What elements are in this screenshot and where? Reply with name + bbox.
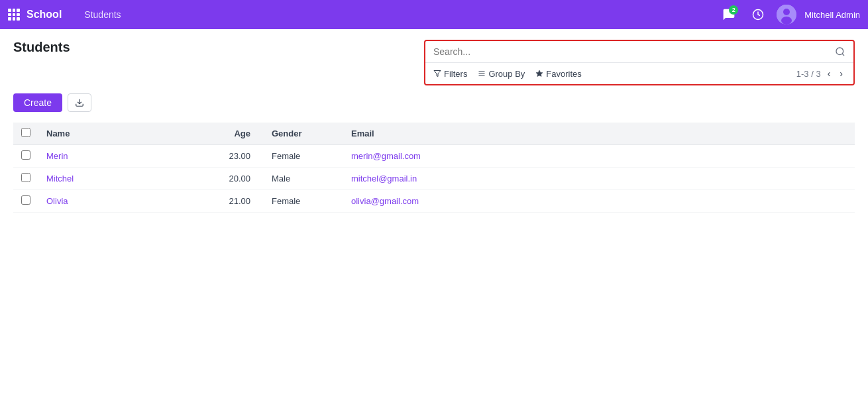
- row-checkbox-cell: [13, 190, 38, 213]
- row-email-2: olivia@gmail.com: [343, 190, 855, 213]
- row-name-2: Olivia: [38, 190, 211, 213]
- row-age-1: 20.00: [211, 168, 264, 190]
- app-title[interactable]: School: [27, 9, 62, 21]
- table-header: Name Age Gender Email: [13, 123, 855, 145]
- table-row: Merin 23.00 Female merin@gmail.com: [13, 145, 855, 168]
- filter-row: Filters Group By Fav: [425, 63, 853, 84]
- search-button[interactable]: [827, 41, 853, 62]
- next-page-button[interactable]: ›: [837, 67, 845, 80]
- pagination-text: 1-3 / 3: [796, 69, 821, 79]
- svg-marker-6: [434, 71, 441, 77]
- prev-page-button[interactable]: ‹: [825, 67, 834, 80]
- favorites-label: Favorites: [546, 69, 581, 79]
- pagination-info: 1-3 / 3 ‹ ›: [796, 67, 845, 80]
- row-name-1: Mitchel: [38, 168, 211, 190]
- svg-marker-10: [536, 70, 543, 77]
- create-button[interactable]: Create: [13, 93, 62, 112]
- student-name-link-1[interactable]: Mitchel: [46, 174, 74, 184]
- row-gender-0: Female: [264, 145, 343, 168]
- student-name-link-0[interactable]: Merin: [46, 151, 68, 161]
- row-age-2: 21.00: [211, 190, 264, 213]
- page-header: Students Filters: [13, 40, 855, 85]
- students-table: Name Age Gender Email Merin 23.00 Female…: [13, 123, 855, 213]
- chat-badge: 2: [729, 5, 738, 15]
- user-name[interactable]: Mitchell Admin: [804, 10, 860, 20]
- student-email-link-0[interactable]: merin@gmail.com: [351, 151, 421, 161]
- col-header-gender: Gender: [264, 123, 343, 145]
- row-checkbox-2[interactable]: [21, 195, 30, 205]
- svg-point-3: [781, 17, 792, 25]
- nav-students-link[interactable]: Students: [79, 7, 126, 23]
- toolbar: Create: [13, 93, 855, 112]
- select-all-checkbox[interactable]: [21, 128, 30, 137]
- student-email-link-1[interactable]: mitchel@gmail.in: [351, 174, 417, 184]
- row-checkbox-cell: [13, 145, 38, 168]
- favorites-button[interactable]: Favorites: [535, 69, 581, 79]
- row-checkbox-cell: [13, 168, 38, 190]
- apps-grid-icon[interactable]: [8, 9, 20, 21]
- filters-button[interactable]: Filters: [433, 69, 467, 79]
- table-row: Olivia 21.00 Female olivia@gmail.com: [13, 190, 855, 213]
- student-email-link-2[interactable]: olivia@gmail.com: [351, 196, 419, 206]
- user-avatar[interactable]: [777, 5, 796, 25]
- filter-actions: Filters Group By Fav: [433, 69, 582, 79]
- nav-left: School Students: [8, 7, 127, 23]
- groupby-button[interactable]: Group By: [478, 69, 525, 79]
- table-body: Merin 23.00 Female merin@gmail.com Mitch…: [13, 145, 855, 213]
- main-content: Students Filters: [0, 29, 868, 420]
- search-input[interactable]: [425, 41, 827, 62]
- chat-icon-button[interactable]: 2: [718, 4, 739, 25]
- row-gender-1: Male: [264, 168, 343, 190]
- top-navigation: School Students 2 Mitchell Admin: [0, 0, 868, 29]
- search-row: [425, 41, 853, 63]
- groupby-label: Group By: [488, 69, 525, 79]
- row-age-0: 23.00: [211, 145, 264, 168]
- svg-line-5: [842, 54, 844, 56]
- row-checkbox-1[interactable]: [21, 173, 30, 182]
- col-header-age: Age: [211, 123, 264, 145]
- student-name-link-2[interactable]: Olivia: [46, 196, 68, 206]
- search-panel: Filters Group By Fav: [424, 40, 855, 85]
- row-checkbox-0[interactable]: [21, 150, 30, 160]
- select-all-header: [13, 123, 38, 145]
- col-header-email: Email: [343, 123, 855, 145]
- nav-right: 2 Mitchell Admin: [718, 4, 860, 25]
- svg-point-2: [783, 9, 790, 15]
- page-title: Students: [13, 40, 70, 55]
- row-name-0: Merin: [38, 145, 211, 168]
- row-email-0: merin@gmail.com: [343, 145, 855, 168]
- students-table-wrap: Name Age Gender Email Merin 23.00 Female…: [13, 123, 855, 213]
- svg-point-4: [836, 48, 843, 55]
- clock-icon-button[interactable]: [747, 4, 769, 25]
- table-row: Mitchel 20.00 Male mitchel@gmail.in: [13, 168, 855, 190]
- col-header-name: Name: [38, 123, 211, 145]
- filters-label: Filters: [444, 69, 467, 79]
- export-button[interactable]: [68, 93, 91, 112]
- row-gender-2: Female: [264, 190, 343, 213]
- row-email-1: mitchel@gmail.in: [343, 168, 855, 190]
